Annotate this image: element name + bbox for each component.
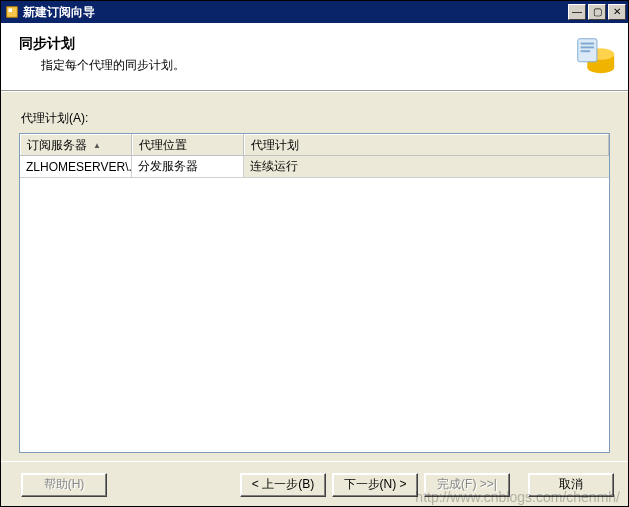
svg-rect-8 bbox=[581, 50, 591, 52]
grid-label: 代理计划(A): bbox=[21, 110, 616, 127]
wizard-header: 同步计划 指定每个代理的同步计划。 bbox=[1, 23, 628, 91]
cell-location: 分发服务器 bbox=[132, 156, 244, 177]
app-icon bbox=[5, 5, 19, 19]
svg-rect-7 bbox=[581, 46, 594, 48]
svg-rect-6 bbox=[581, 43, 594, 45]
agent-schedule-grid[interactable]: 订阅服务器 ▲ 代理位置 代理计划 ZLHOMESERVER\... 分发服务器… bbox=[19, 133, 610, 453]
column-header-subscriber[interactable]: 订阅服务器 ▲ bbox=[20, 134, 132, 155]
column-header-label: 代理计划 bbox=[251, 137, 299, 154]
maximize-button[interactable]: ▢ bbox=[588, 4, 606, 20]
back-button[interactable]: < 上一步(B) bbox=[240, 473, 326, 497]
window-title: 新建订阅向导 bbox=[23, 4, 568, 21]
grid-header: 订阅服务器 ▲ 代理位置 代理计划 bbox=[20, 134, 609, 156]
column-header-location[interactable]: 代理位置 bbox=[132, 134, 244, 155]
column-header-label: 代理位置 bbox=[139, 137, 187, 154]
table-row[interactable]: ZLHOMESERVER\... 分发服务器 连续运行 bbox=[20, 156, 609, 178]
finish-button[interactable]: 完成(F) >>| bbox=[424, 473, 510, 497]
column-header-label: 订阅服务器 bbox=[27, 137, 87, 154]
titlebar: 新建订阅向导 — ▢ ✕ bbox=[1, 1, 628, 23]
sort-indicator-icon: ▲ bbox=[93, 141, 101, 150]
wizard-header-text: 同步计划 指定每个代理的同步计划。 bbox=[19, 35, 612, 74]
close-button[interactable]: ✕ bbox=[608, 4, 626, 20]
column-header-schedule[interactable]: 代理计划 bbox=[244, 134, 609, 155]
wizard-icon bbox=[572, 33, 618, 79]
next-button[interactable]: 下一步(N) > bbox=[332, 473, 418, 497]
content-area: 代理计划(A): 订阅服务器 ▲ 代理位置 代理计划 ZLHOMESERVER\… bbox=[1, 91, 628, 461]
minimize-button[interactable]: — bbox=[568, 4, 586, 20]
cell-subscriber: ZLHOMESERVER\... bbox=[20, 156, 132, 177]
page-title: 同步计划 bbox=[19, 35, 612, 53]
button-bar: 帮助(H) < 上一步(B) 下一步(N) > 完成(F) >>| 取消 htt… bbox=[1, 461, 628, 507]
svg-rect-1 bbox=[9, 9, 13, 13]
window-controls: — ▢ ✕ bbox=[568, 4, 626, 20]
cancel-button[interactable]: 取消 bbox=[528, 473, 614, 497]
help-button[interactable]: 帮助(H) bbox=[21, 473, 107, 497]
page-subtitle: 指定每个代理的同步计划。 bbox=[19, 57, 612, 74]
cell-schedule[interactable]: 连续运行 bbox=[244, 156, 609, 177]
